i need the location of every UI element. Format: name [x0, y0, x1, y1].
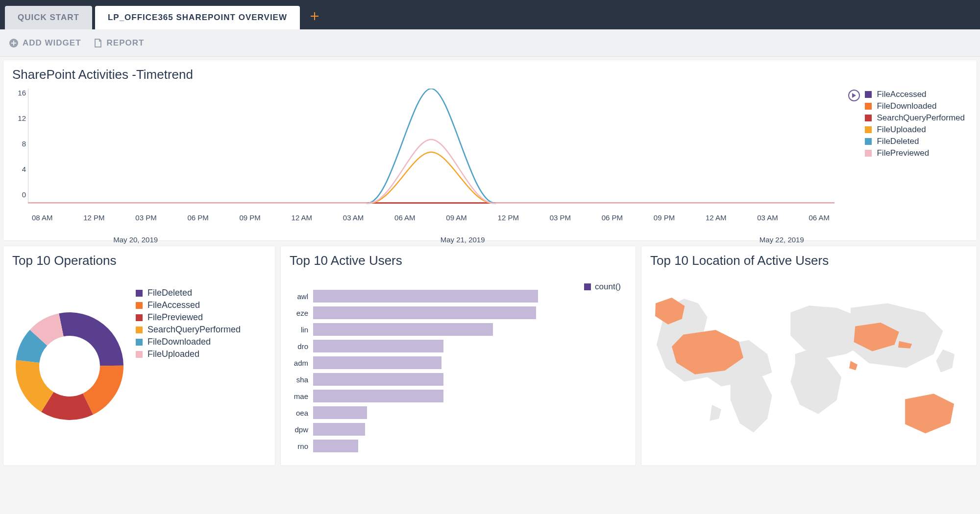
x-date-label: May 21, 2019: [441, 235, 485, 244]
bar-row[interactable]: awl: [291, 288, 626, 304]
add-widget-label: ADD WIDGET: [23, 38, 81, 48]
x-tick: 03 AM: [343, 213, 364, 222]
legend-item[interactable]: SearchQueryPerformed: [865, 113, 965, 123]
timetrend-y-axis: 1612840: [12, 89, 26, 199]
timetrend-legend: FileAccessedFileDownloadedSearchQueryPer…: [848, 90, 965, 160]
plus-circle-icon: [9, 38, 19, 48]
toolbar: ADD WIDGET REPORT: [0, 29, 980, 57]
legend-item[interactable]: FileDownloaded: [136, 337, 241, 347]
x-tick: 06 AM: [394, 213, 416, 222]
legend-item[interactable]: FilePreviewed: [865, 148, 965, 158]
bar-fill: [313, 356, 441, 369]
bar-label: oea: [291, 409, 313, 417]
bar-row[interactable]: adm: [291, 354, 626, 371]
x-tick: 06 AM: [808, 213, 830, 222]
series-line: [28, 89, 834, 203]
add-widget-button[interactable]: ADD WIDGET: [9, 38, 81, 48]
x-tick: 09 PM: [654, 213, 675, 222]
legend-swatch: [136, 290, 143, 297]
operations-legend: FileDeletedFileAccessedFilePreviewedSear…: [136, 288, 241, 361]
users-bar-chart[interactable]: awlezelindroadmshamaeoeadpwrno: [291, 288, 626, 454]
bar-label: eze: [291, 309, 313, 317]
bar-label: adm: [291, 359, 313, 367]
legend-swatch: [865, 103, 872, 110]
legend-item[interactable]: FileUploaded: [136, 349, 241, 359]
x-date-label: May 22, 2019: [760, 235, 804, 244]
x-tick: 06 PM: [602, 213, 623, 222]
x-tick: 09 PM: [239, 213, 260, 222]
bar-row[interactable]: eze: [291, 304, 626, 321]
legend-swatch: [136, 314, 143, 321]
panel-timetrend: SharePoint Activities -Timetrend 1612840…: [3, 60, 977, 241]
legend-label: FileAccessed: [877, 90, 926, 99]
report-button[interactable]: REPORT: [93, 38, 145, 48]
bar-label: mae: [291, 392, 313, 400]
bar-row[interactable]: sha: [291, 371, 626, 388]
legend-label: FileUploaded: [147, 349, 199, 359]
series-line: [28, 140, 834, 203]
panel-operations: Top 10 Operations FileDeletedFileAccesse…: [3, 246, 275, 466]
users-legend: count(): [584, 282, 621, 292]
panel-active-users: Top 10 Active Users count() awlezelindro…: [280, 246, 636, 466]
locations-title: Top 10 Location of Active Users: [641, 246, 977, 273]
legend-label: SearchQueryPerformed: [877, 113, 965, 123]
y-tick: 12: [12, 114, 26, 122]
legend-label: FileUploaded: [877, 125, 926, 135]
bar-fill: [313, 306, 536, 319]
legend-item[interactable]: FileUploaded: [865, 125, 965, 135]
x-tick: 09 AM: [446, 213, 467, 222]
bar-row[interactable]: rno: [291, 438, 626, 454]
bar-row[interactable]: oea: [291, 404, 626, 421]
series-line: [28, 152, 834, 203]
bar-row[interactable]: dpw: [291, 421, 626, 438]
bar-fill: [313, 423, 365, 436]
legend-swatch: [865, 91, 872, 98]
x-tick: 12 PM: [498, 213, 519, 222]
legend-item[interactable]: FilePreviewed: [136, 312, 241, 323]
legend-item[interactable]: FileDownloaded: [865, 101, 965, 111]
legend-label: FileDeleted: [147, 288, 192, 298]
legend-item[interactable]: SearchQueryPerformed: [136, 325, 241, 335]
play-icon[interactable]: [848, 90, 860, 101]
legend-item[interactable]: FileDeleted: [865, 137, 965, 146]
bar-row[interactable]: dro: [291, 338, 626, 354]
tab-quick-start[interactable]: QUICK START: [5, 6, 92, 29]
x-date-label: May 20, 2019: [113, 235, 158, 244]
operations-donut-chart[interactable]: [13, 310, 126, 422]
legend-item[interactable]: FileDeleted: [136, 288, 241, 298]
bar-label: sha: [291, 375, 313, 384]
bar-row[interactable]: mae: [291, 388, 626, 404]
x-tick: 12 AM: [706, 213, 727, 222]
bar-label: lin: [291, 326, 313, 334]
tab-sharepoint-overview[interactable]: LP_OFFICE365 SHAREPOINT OVERVIEW: [95, 6, 300, 29]
document-icon: [93, 38, 103, 48]
bar-fill: [313, 406, 367, 419]
legend-label: FileDownloaded: [877, 101, 936, 111]
x-tick: 06 PM: [187, 213, 208, 222]
timetrend-x-axis: 08 AM12 PM03 PM06 PM09 PM12 AM03 AM06 AM…: [32, 213, 830, 222]
legend-item[interactable]: FileAccessed: [865, 90, 965, 99]
locations-map[interactable]: [641, 273, 977, 455]
y-tick: 4: [12, 165, 26, 173]
add-tab-icon[interactable]: [303, 4, 326, 29]
legend-item[interactable]: FileAccessed: [136, 300, 241, 310]
timetrend-title: SharePoint Activities -Timetrend: [3, 60, 977, 87]
x-tick: 08 AM: [32, 213, 53, 222]
y-tick: 0: [12, 190, 26, 199]
users-legend-label: count(): [595, 282, 621, 292]
timetrend-chart[interactable]: [28, 89, 834, 213]
x-tick: 12 PM: [83, 213, 104, 222]
legend-swatch: [865, 138, 872, 145]
legend-swatch: [865, 115, 872, 121]
bar-fill: [313, 440, 358, 452]
x-tick: 03 PM: [135, 213, 156, 222]
y-tick: 8: [12, 140, 26, 148]
users-title: Top 10 Active Users: [281, 246, 636, 273]
panel-locations: Top 10 Location of Active Users: [641, 246, 977, 466]
legend-label: FileDownloaded: [147, 337, 211, 347]
x-tick: 12 AM: [292, 213, 313, 222]
x-tick: 03 AM: [757, 213, 778, 222]
bar-fill: [313, 340, 443, 352]
donut-segment[interactable]: [59, 312, 123, 366]
bar-row[interactable]: lin: [291, 321, 626, 338]
